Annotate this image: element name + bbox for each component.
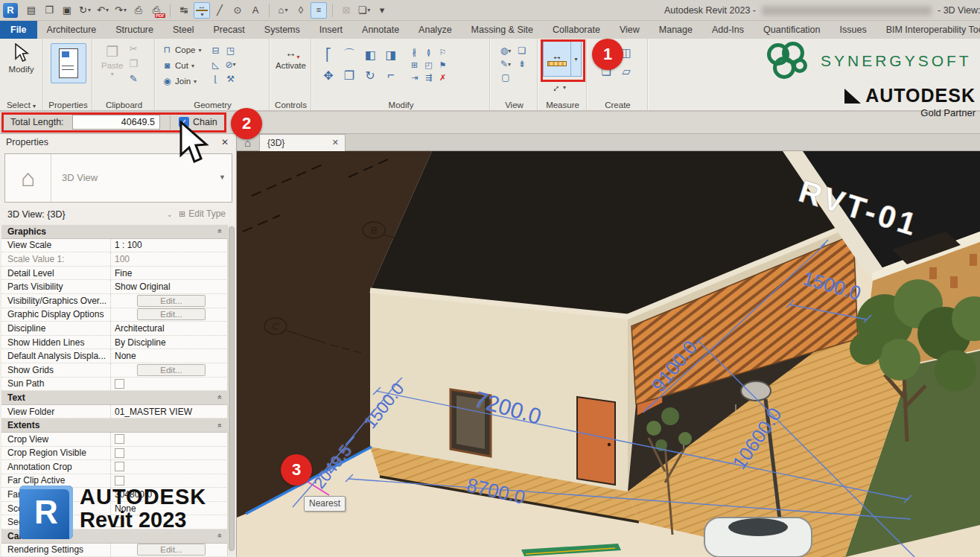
trim-extend-corner-icon[interactable]: ⌐ [381,66,401,85]
property-value[interactable] [110,378,228,391]
car[interactable] [704,518,812,557]
property-value[interactable] [110,460,228,474]
copy-move-icon[interactable]: ❐ [340,66,359,85]
chevron-down-icon[interactable]: ▼ [219,174,226,181]
property-value[interactable] [110,433,228,446]
property-value[interactable]: Fine [110,267,228,280]
scrollbar-thumb[interactable] [229,226,235,551]
match-type-properties-icon[interactable]: ✎ [129,73,138,84]
export-pdf-icon[interactable]: ⎙PDF [148,2,165,19]
mirror-pick-axis-icon[interactable]: ◧ [360,45,380,64]
text-icon[interactable]: A [247,2,264,19]
edit-type-button[interactable]: ⊞ Edit Type [179,209,226,219]
collapse-chevron-icon[interactable]: » [216,534,224,538]
cut-geometry-button[interactable]: ◙Cut▾ [162,60,202,71]
view-tab-3d[interactable]: {3D} ✕ [259,134,346,151]
instance-selector[interactable]: 3D View: {3D} ⌄ ⊞ Edit Type [1,207,235,223]
ribbon-tab-issues[interactable]: Issues [830,21,876,39]
property-value[interactable]: Show Original [110,280,228,293]
property-value[interactable]: None [110,349,228,363]
collapse-chevron-icon[interactable]: » [216,395,224,400]
measure-icon[interactable]: ↹ [176,2,192,19]
ribbon-tab-precast[interactable]: Precast [203,21,254,39]
ribbon-tab-quantification[interactable]: Quantification [754,21,830,39]
unpin-icon[interactable]: ⚐ [436,47,449,58]
join-geometry-button[interactable]: ◉Join▾ [162,75,202,87]
section-header-text[interactable]: Text» [1,391,228,405]
palette-scrollbar[interactable] [227,225,235,557]
tag-by-category-icon[interactable]: ⊙ [229,2,246,19]
ribbon-tab-bim-interoperability-tools[interactable]: BIM Interoperability Tools [876,21,980,39]
split-face-icon[interactable]: ◺ [209,58,223,71]
ribbon-tab-annotate[interactable]: Annotate [352,21,409,39]
property-value[interactable]: 1 : 100 [110,239,228,252]
ribbon-tab-systems[interactable]: Systems [255,21,310,39]
demolish-icon[interactable]: ⚒ [224,72,238,85]
edit-button[interactable]: Edit... [137,364,206,376]
aligned-dimension-icon[interactable]: ↔▾ [194,2,210,19]
close-inactive-views-icon[interactable]: ⊠ [338,2,354,19]
modify-button[interactable]: Modify [0,43,42,74]
property-value[interactable]: Edit... [110,308,228,322]
property-value[interactable] [110,447,228,460]
ribbon-tab-architecture[interactable]: Architecture [37,21,106,39]
ribbon-tab-view[interactable]: View [610,21,649,39]
align-icon[interactable]: ⎡ [319,45,338,64]
bar-stool[interactable] [950,276,958,288]
scale-icon[interactable]: ◰ [422,60,435,71]
property-value[interactable]: Edit... [110,294,228,308]
ribbon-tab-manage[interactable]: Manage [649,21,702,39]
aligned-dimension-button[interactable]: ↔ ▾ [550,81,566,93]
property-value[interactable]: By Discipline [110,336,228,349]
wall-joins-icon[interactable]: ◳ [224,44,238,57]
move-icon[interactable]: ✥ [319,66,338,85]
bar-stool[interactable] [970,254,977,266]
offset-icon[interactable]: ⌒ [340,45,359,64]
checkbox[interactable] [115,379,124,389]
measure-button[interactable]: ↔ ▾ [543,41,582,77]
ribbon-tab-file[interactable]: File [0,21,37,39]
ribbon-tab-steel[interactable]: Steel [163,21,204,39]
array-icon[interactable]: ⊞ [408,60,421,71]
property-value[interactable]: Edit... [110,363,228,377]
revit-logo[interactable]: R [3,3,18,18]
create-similar-icon[interactable]: ▱ [617,63,635,80]
cut-icon[interactable]: ✂ [129,43,138,54]
ribbon-tab-massing-site[interactable]: Massing & Site [462,21,543,39]
edit-button[interactable]: Edit... [137,295,206,307]
print-icon[interactable]: ⎙ [130,2,147,19]
sync-collaborate-icon[interactable]: ↻▾ [77,2,93,19]
total-length-field[interactable]: 40649.5 [72,115,160,130]
copy-icon[interactable]: ❐ [129,58,138,69]
cope-button[interactable]: ⊓Cope▾ [162,44,202,56]
beam-column-joins-icon[interactable]: ⊟ [209,44,223,57]
edit-button[interactable]: Edit... [137,308,206,320]
ribbon-tab-analyze[interactable]: Analyze [409,21,461,39]
collapse-chevron-icon[interactable]: » [216,423,224,427]
cut-profile-icon[interactable]: ⇟ [515,58,529,70]
pin-icon[interactable]: ⚑ [436,60,449,71]
ribbon-tab-collaborate[interactable]: Collaborate [543,21,610,39]
switch-windows-icon[interactable]: ❏▾ [356,2,372,19]
measure-dropdown[interactable]: ▾ [570,42,581,76]
customize-qat-icon[interactable]: ▾ [374,2,390,19]
close-icon[interactable]: ✕ [221,137,229,147]
default-3d-view-icon[interactable]: ⌂▾ [275,2,291,19]
trim-extend-multiple-icon[interactable]: ⇶ [422,72,435,83]
split-element-icon[interactable]: ∦ [408,47,421,58]
property-value[interactable]: Edit... [110,544,228,557]
checkbox[interactable] [115,462,124,471]
visibility-graphics-icon[interactable]: ❏ [515,45,529,57]
split-with-gap-icon[interactable]: ≬ [422,47,435,58]
delete-icon[interactable]: ✗ [436,72,449,83]
properties-button[interactable] [51,43,86,83]
facade-door[interactable] [577,397,615,485]
collapse-chevron-icon[interactable]: » [216,229,224,234]
paste-button[interactable]: ❐ Paste ▾ [101,43,123,84]
edit-button[interactable]: Edit... [137,544,206,556]
redo-icon[interactable]: ↷▾ [112,2,129,19]
profile-edit-icon[interactable]: ⌊ [209,72,223,85]
rotate-icon[interactable]: ↻ [360,66,380,85]
linework-icon[interactable]: ✎▾ [497,58,514,70]
thin-lines-icon[interactable]: ≡ [311,2,327,19]
